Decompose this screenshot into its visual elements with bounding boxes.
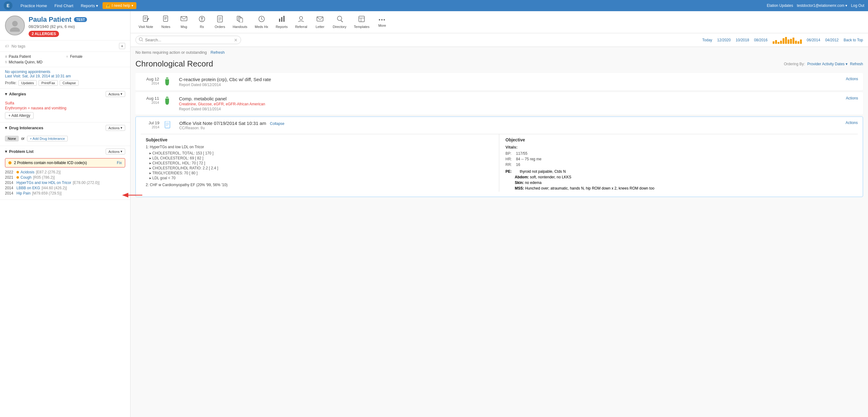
chron-header: Chronological Record Ordering By: Provid… — [135, 57, 863, 73]
svg-point-28 — [337, 16, 342, 21]
allergies-actions-btn[interactable]: Actions ▾ — [105, 91, 125, 97]
add-drug-button[interactable]: + Add Drug Intolerance — [27, 136, 68, 141]
timeline-2014[interactable]: 06/2014 — [807, 38, 820, 42]
avatar-icon — [9, 19, 21, 32]
referral-label: Referral — [295, 25, 307, 29]
meds-hx-icon — [258, 16, 265, 24]
svg-rect-23 — [279, 19, 280, 22]
patient-info: Paula Patient TEST 08/29/1940 (82 yrs, 6… — [29, 16, 125, 37]
tags-row: 🏷 No tags + — [0, 40, 130, 52]
drug-intolerances-actions-btn[interactable]: Actions ▾ — [105, 125, 125, 131]
back-to-top-link[interactable]: Back to Top — [844, 38, 863, 42]
search-clear-icon[interactable]: ✕ — [234, 38, 238, 42]
toolbar-orders[interactable]: Orders — [212, 14, 228, 30]
toolbar-notes[interactable]: Notes — [157, 14, 174, 30]
orders-label: Orders — [215, 25, 225, 29]
drug-intolerances-header[interactable]: ▾ Drug Intolerances Actions ▾ — [0, 122, 130, 133]
collapse-link[interactable]: Collapse — [270, 121, 285, 126]
nav-practice-home[interactable]: Practice Home — [18, 2, 50, 9]
entry-actions-aug11[interactable]: Actions — [846, 96, 858, 100]
timeline-2016[interactable]: 08/2016 — [754, 38, 767, 42]
problem-name-cough[interactable]: Cough — [21, 175, 31, 180]
nav-reports-dropdown[interactable]: Reports ▾ — [78, 2, 101, 9]
chron-refresh-btn[interactable]: Refresh — [850, 62, 863, 66]
user-email[interactable]: testdoctor1@elationemr.com ▾ — [797, 3, 847, 8]
beaker-svg2 — [164, 97, 170, 105]
toolbar-reports[interactable]: Reports — [273, 14, 291, 30]
elation-updates-link[interactable]: Elation Updates — [767, 3, 793, 8]
fix-link[interactable]: Fix — [117, 161, 122, 165]
problem-list-arrow-icon: ▾ — [5, 149, 7, 154]
problem-list-actions-btn[interactable]: Actions ▾ — [105, 149, 125, 154]
problem-code-hypertgs: [E78.00 (272.0)] — [73, 181, 99, 185]
drug-none-btn[interactable]: None — [5, 136, 19, 141]
ordering-row: Ordering By: Provider Activity Dates ▾ R… — [784, 62, 863, 66]
svg-rect-24 — [281, 17, 282, 22]
logout-button[interactable]: Log Out — [851, 3, 864, 8]
problem-name-hip-pain[interactable]: Hip Pain — [17, 191, 30, 196]
non-billable-warning: 2 Problems contain non-billable ICD code… — [5, 158, 125, 168]
toolbar-directory[interactable]: Directory — [330, 14, 349, 30]
objective-section: Objective Vitals: BP: 117/55 HR: 84 -- 7… — [499, 134, 853, 192]
patient-meta-name-icon: ≡ — [5, 54, 7, 59]
timeline-2012[interactable]: 04/2012 — [825, 38, 838, 42]
add-tag-button[interactable]: + — [119, 43, 125, 49]
reports-label: Reports — [276, 25, 288, 29]
toolbar-msg[interactable]: Msg — [176, 14, 192, 30]
templates-icon — [358, 16, 365, 24]
ordering-value-dropdown[interactable]: Provider Activity Dates ▾ — [807, 62, 847, 66]
meds-hx-label: Meds Hx — [255, 25, 268, 29]
profile-printfax-btn[interactable]: Print/Fax — [38, 80, 58, 86]
toolbar-meds-hx[interactable]: Meds Hx — [252, 14, 271, 30]
timeline-today[interactable]: Today — [703, 38, 712, 42]
letter-label: Letter — [316, 25, 324, 29]
entry-date-aug11: Aug 11 2014 — [141, 96, 159, 105]
rx-label: Rx — [200, 25, 204, 29]
search-input[interactable] — [145, 38, 234, 42]
allergies-title: ▾ Allergies — [5, 92, 26, 96]
subj-ldl: ▸ LDL CHOLESTEROL: 69 [ 82 ] — [149, 156, 493, 160]
toolbar-visit-note[interactable]: Visit Note — [135, 14, 156, 30]
problem-list-header[interactable]: ▾ Problem List Actions ▾ — [0, 146, 130, 157]
problem-cough: 2021 Cough [R05 (786.2)] — [5, 175, 125, 180]
entry-content-aug12: C-reactive protein (crp), Cbc w/ diff, S… — [179, 77, 841, 87]
svg-rect-7 — [163, 16, 168, 22]
note-svg — [164, 121, 171, 129]
orange-dot-cough — [17, 176, 19, 179]
problem-name-acidosis[interactable]: Acidosis — [21, 170, 34, 174]
problem-name-lbbb[interactable]: LBBB on EKG — [17, 186, 40, 190]
patient-name-row: Paula Patient TEST — [29, 16, 125, 24]
profile-collapse-btn[interactable]: Collapse — [60, 80, 79, 86]
add-allergy-button[interactable]: + Add Allergy — [5, 112, 34, 119]
toolbar-more[interactable]: ••• More — [374, 15, 391, 29]
office-visit-actions[interactable]: Actions — [846, 121, 858, 125]
office-visit-date: Jul 19 2014 — [141, 121, 159, 129]
office-visit-content-header: Office Visit Note 07/19/2014 Sat 10:31 a… — [179, 121, 841, 130]
toolbar-referral[interactable]: Referral — [292, 14, 310, 30]
toolbar-rx[interactable]: Rx — [193, 14, 210, 30]
timeline-2018[interactable]: 10/2018 — [736, 38, 749, 42]
toolbar-templates[interactable]: Templates — [351, 14, 372, 30]
appointments-row: No upcoming appointments Last Visit: Sat… — [0, 67, 130, 89]
problem-list-content: 2 Problems contain non-billable ICD code… — [0, 157, 130, 200]
handouts-icon — [237, 16, 243, 24]
timeline-2020[interactable]: 12/2020 — [717, 38, 731, 42]
problem-name-hypertgs[interactable]: HyperTGs and low HDL on Tricor — [17, 181, 71, 185]
pe-neck: thyroid not palpable, Ctds N — [520, 169, 566, 174]
search-box: ✕ — [135, 36, 241, 44]
nav-find-chart[interactable]: Find Chart — [51, 2, 76, 9]
profile-updates-btn[interactable]: Updates — [18, 80, 37, 86]
handouts-label: Handouts — [233, 25, 247, 29]
label-profile: Profile: — [5, 81, 17, 85]
msg-label: Msg — [181, 25, 187, 29]
subjective-section: Subjective 1: HyperTGs and low LDL on Tr… — [146, 134, 499, 192]
outstanding-refresh-link[interactable]: Refresh — [211, 50, 225, 55]
toolbar-letter[interactable]: Letter — [312, 14, 329, 30]
toolbar-handouts[interactable]: Handouts — [229, 14, 250, 30]
right-content: Visit Note Notes Msg Rx — [130, 11, 868, 417]
svg-line-29 — [341, 21, 343, 22]
entry-actions-aug12[interactable]: Actions — [846, 77, 858, 81]
drug-intolerances-title: ▾ Drug Intolerances — [5, 125, 43, 130]
allergies-header[interactable]: ▾ Allergies Actions ▾ — [0, 89, 130, 99]
help-button[interactable]: ⚠️ I need help ▾ — [102, 2, 136, 9]
